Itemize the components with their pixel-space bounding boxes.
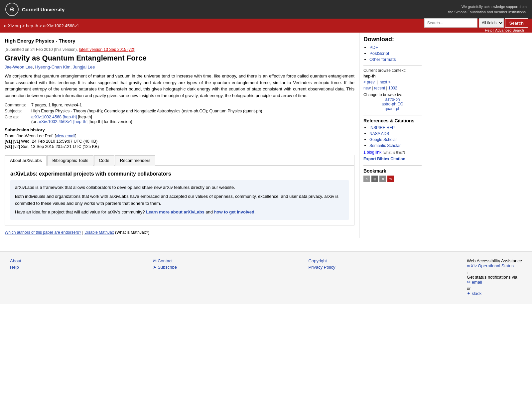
tab-description: arXivLabs is a framework that allows col… [10,180,349,220]
subjects-value: High Energy Physics - Theory (hep-th); C… [31,109,354,113]
ref-semantic-scholar: Semantic Scholar [369,143,422,148]
cite-label: Cite as: [5,115,31,124]
learn-more-link[interactable]: Learn more about arXivLabs [146,209,204,214]
sidebar: Download: PDF PostScript Other formats C… [359,33,426,238]
bookmark-icon-1[interactable]: ✕ [363,176,370,182]
browse-astro-ph-co[interactable]: astro-ph.CO [363,102,422,106]
browse-context-label: Current browse context: [363,68,422,73]
bookmark-icon-4[interactable]: W [387,176,394,182]
subjects-label: Subjects: [5,109,31,113]
tab-code[interactable]: Code [94,155,114,166]
tab-content: arXivLabs: experimental projects with co… [5,166,354,225]
footer-col-2: ✉ Contact ➤ Subscribe [153,258,177,297]
tab-desc-line2: Both individuals and organizations that … [15,193,344,207]
email-notification-link[interactable]: ✉ email [467,280,522,285]
footer-help-link[interactable]: Help [10,265,21,270]
new-link[interactable]: new [363,86,371,90]
nasa-ads-link[interactable]: NASA ADS [369,131,389,136]
help-link[interactable]: Help [485,28,492,32]
tab-recommenders[interactable]: Recommenders [115,155,156,166]
footer-subscribe-link[interactable]: ➤ Subscribe [153,265,177,270]
submission-history: Submission history From: Jae-Weon Lee Pr… [5,127,354,149]
submission-history-title: Submission history [5,127,354,132]
footer-links: Which authors of this paper are endorser… [5,230,354,235]
paper-title: Gravity as Quantum Entanglement Force [5,54,354,63]
operational-status-link[interactable]: arXiv Operational Status [467,263,522,268]
latest-version-link[interactable]: latest version 13 Sep 2015 (v2) [79,47,134,52]
advanced-search-link[interactable]: Advanced Search [495,28,524,32]
next-link[interactable]: next > [380,80,391,84]
ref-google-scholar: Google Scholar [369,137,422,142]
tab-bibliographic-tools[interactable]: Bibliographic Tools [47,155,93,166]
refs-citations-section: References & Citations INSPIRE HEP NASA … [363,115,422,161]
browse-quant-ph[interactable]: quant-ph [363,106,422,111]
bookmark-title: Bookmark [363,168,422,174]
breadcrumb-category[interactable]: hep-th [26,23,38,28]
breadcrumb-arxiv[interactable]: arXiv.org [4,23,21,28]
search-input[interactable] [424,18,477,28]
view-email-link[interactable]: view email [56,134,75,138]
metadata: Comments: 7 pages, 1 figure, revtex4-1 S… [5,103,354,124]
bookmark-section: Bookmark ✕ ⊞ ♻ W [363,165,422,182]
header-left: ⊕ Cornell University [5,3,65,16]
refs-list: INSPIRE HEP NASA ADS Google Scholar Sema… [363,125,422,148]
tabs-bar: About arXivLabs Bibliographic Tools Code… [5,155,354,166]
abstract: We conjecture that quantum entanglement … [5,73,354,99]
disable-mathjax-link[interactable]: Disable MathJax [84,230,114,235]
from-line: From: Jae-Weon Lee Prof. [view email] [5,134,354,138]
footer-copyright-link[interactable]: Copyright [309,258,335,263]
accessibility-label: Web Accessibility Assistance [467,258,522,263]
cite-main-link[interactable]: arXiv:1002.4568 [hep-th] [31,115,77,119]
count-link[interactable]: 1002 [388,86,397,90]
author-2[interactable]: Hyeong-Chan Kim [35,65,70,69]
ref-nasa-ads: NASA ADS [369,131,422,136]
search-field-select[interactable]: All fields Title Author Abstract [479,18,504,28]
download-pdf-link[interactable]: PDF [369,45,378,50]
footer-about-link[interactable]: About [10,258,21,263]
tab-about-arxivlabs[interactable]: About arXivLabs [5,155,47,166]
cite-row: Cite as: arXiv:1002.4568 [hep-th] [hep-t… [5,115,354,124]
export-bibtex-button[interactable]: Export Bibtex Citation [363,157,422,161]
browse-new-recent: new | recent | 1002 [363,86,422,90]
semantic-scholar-link[interactable]: Semantic Scholar [369,143,401,148]
search-button[interactable]: Search [505,18,528,28]
bookmark-icon-2[interactable]: ⊞ [371,176,378,182]
author-1[interactable]: Jae-Weon Lee [5,65,33,69]
footer-privacy-link[interactable]: Privacy Policy [309,265,335,270]
endorsers-link[interactable]: Which authors of this paper are endorser… [5,230,81,235]
download-title: Download: [363,36,422,43]
cite-alt-link[interactable]: arXiv:1002.4568v1 [hep-th] [38,119,87,124]
slack-notification-link[interactable]: ✦ slack [467,291,522,296]
how-to-link[interactable]: how to get involved [214,209,254,214]
comments-label: Comments: [5,103,31,107]
blog-link-anchor[interactable]: 1 blog link [363,150,381,155]
download-pdf: PDF [369,45,422,50]
search-help: Help | Advanced Search [481,28,528,33]
browse-context-value: hep-th [363,74,422,78]
footer-col-4: Web Accessibility Assistance arXiv Opera… [467,258,522,297]
footer-contact-link[interactable]: ✉ Contact [153,258,177,263]
download-postscript-link[interactable]: PostScript [369,51,389,56]
v1-line: [v1] [v1] Wed, 24 Feb 2010 15:59:07 UTC … [5,139,354,144]
footer-col-1: About Help [10,258,21,297]
inspire-hep-link[interactable]: INSPIRE HEP [369,125,395,130]
download-other-link[interactable]: Other formats [369,57,396,62]
ref-inspire-hep: INSPIRE HEP [369,125,422,130]
recent-link[interactable]: recent [374,86,385,90]
breadcrumb: arXiv.org > hep-th > arXiv:1002.4568v1 [4,23,79,28]
header: ⊕ Cornell University We gratefully ackno… [0,0,532,19]
download-other: Other formats [369,57,422,62]
authors: Jae-Weon Lee, Hyeong-Chan Kim, Jungjai L… [5,65,354,69]
browse-astro-ph[interactable]: astro-ph [363,97,422,102]
prev-link[interactable]: < prev [363,80,375,84]
download-list: PDF PostScript Other formats [363,45,422,62]
refs-title: References & Citations [363,118,422,123]
bookmark-icon-3[interactable]: ♻ [379,176,386,182]
cornell-logo: ⊕ [5,3,19,16]
google-scholar-link[interactable]: Google Scholar [369,137,397,142]
author-3[interactable]: Jungjai Lee [73,65,95,69]
support-text: We gratefully acknowledge support from t… [448,4,527,15]
tabs-section: About arXivLabs Bibliographic Tools Code… [5,155,354,225]
breadcrumb-paper-id: arXiv:1002.4568v1 [43,23,79,28]
browse-context: Current browse context: hep-th < prev | … [363,65,422,111]
